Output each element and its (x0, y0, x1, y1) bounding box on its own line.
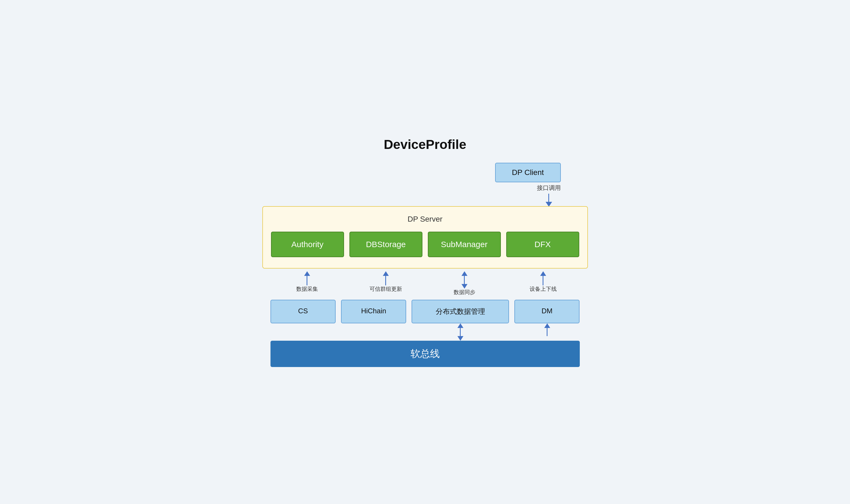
distributed-bottom-bi-arrow (457, 323, 464, 341)
interface-call-label: 接口调用 (537, 184, 561, 192)
dp-client-arrow: 接口调用 (537, 182, 561, 207)
dp-client-box: DP Client (495, 163, 561, 182)
dp-server-label: DP Server (271, 215, 579, 223)
cs-box: CS (271, 300, 336, 323)
bottom-arrows-row (263, 323, 588, 341)
dp-server-box: DP Server Authority DBStorage SubManager… (263, 206, 588, 269)
hichain-arrow (383, 271, 389, 285)
dfx-box: DFX (506, 232, 579, 257)
cs-arrow-label: 数据采集 (296, 285, 318, 293)
distributed-box: 分布式数据管理 (412, 300, 509, 323)
green-boxes-row: Authority DBStorage SubManager DFX (271, 232, 579, 257)
soft-bus-bar: 软总线 (271, 341, 580, 367)
middle-arrows-row: 数据采集 可信群组更新 数据同步 设备上下线 (263, 269, 588, 300)
hichain-box: HiChain (341, 300, 406, 323)
dbstorage-box: DBStorage (349, 232, 422, 257)
dm-arrow-label: 设备上下线 (529, 285, 557, 293)
dm-arrow (540, 271, 546, 285)
authority-box: Authority (271, 232, 344, 257)
page-title: DeviceProfile (263, 137, 588, 152)
dm-arrow-col: 设备上下线 (507, 269, 580, 300)
diagram-container: DeviceProfile DP Client 接口调用 DP Server A… (263, 137, 588, 367)
cs-arrow-col: 数据采集 (271, 269, 344, 300)
hichain-arrow-col: 可信群组更新 (349, 269, 422, 300)
dm-bottom-arrow (515, 323, 580, 341)
dm-up-arrow (544, 323, 550, 336)
dm-box: DM (514, 300, 579, 323)
distributed-arrow-col: 数据同步 (428, 269, 501, 300)
submanager-box: SubManager (428, 232, 501, 257)
dp-client-section: DP Client 接口调用 (263, 163, 588, 207)
distributed-arrow (462, 271, 468, 289)
hichain-arrow-label: 可信群组更新 (369, 285, 402, 293)
cs-bottom-arrow (271, 323, 336, 341)
distributed-bottom-arrow (412, 323, 509, 341)
distributed-arrow-label: 数据同步 (454, 289, 475, 296)
hichain-bottom-arrow (341, 323, 406, 341)
bottom-boxes-row: CS HiChain 分布式数据管理 DM (263, 300, 588, 323)
cs-arrow (304, 271, 310, 285)
